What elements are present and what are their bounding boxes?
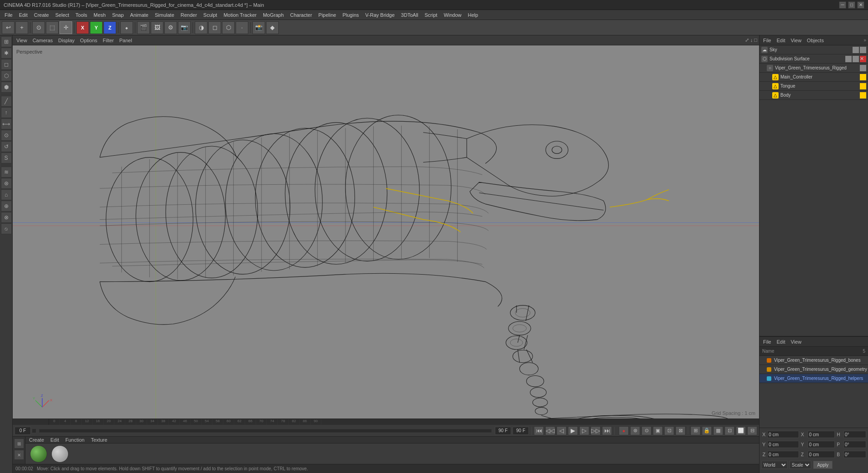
menu-file[interactable]: File [2,11,15,19]
obj-subdiv-vis-btn[interactable] [845,56,852,62]
tool-weld[interactable]: ⊙ [1,130,12,141]
3d-viewport[interactable]: Perspective .wire { stroke: #111; stroke… [13,45,759,419]
scene-view-btn[interactable]: View [789,339,804,345]
key-all-button[interactable]: ⊛ [630,426,640,435]
coord-p-input[interactable] [843,441,866,448]
obj-sky[interactable]: ☁ Sky [760,45,868,54]
shading-button[interactable]: ◑ [195,21,207,34]
coord-ry-input[interactable] [808,441,835,448]
coord-rx-input[interactable] [808,431,835,438]
tool-s[interactable]: S [1,153,12,163]
vp-icon-3[interactable]: □ [754,37,757,43]
menu-vraybridge[interactable]: V-Ray Bridge [363,11,398,19]
obj-main-ctrl[interactable]: △ Main_Controller [760,73,868,82]
live-select-button[interactable]: ⊙ [32,21,45,34]
record-button[interactable]: ● [619,426,629,435]
mode-btn-1[interactable]: ⊞ [1,36,12,47]
mirror-button[interactable]: ⬥ [120,21,133,34]
autokey-button[interactable]: ⊙ [641,426,651,435]
coord-h-input[interactable] [843,431,866,438]
render-region-button[interactable]: 🖼 [151,21,163,34]
motion-clip-button[interactable]: ▣ [653,426,663,435]
coord-x-button[interactable]: X [76,21,89,34]
menu-render[interactable]: Render [178,11,200,19]
mat-tool-1[interactable]: ⊞ [14,439,24,448]
close-button[interactable]: ✕ [857,1,864,9]
obj-tongue[interactable]: △ Tongue [760,82,868,91]
scene-item-helpers[interactable]: Viper_Green_Trimeresurus_Rigged_helpers [760,374,868,383]
render-active-button[interactable]: 🎬 [137,21,150,34]
obj-subdiv-close-btn[interactable]: ✕ [860,56,866,62]
menu-edit[interactable]: Edit [16,11,30,19]
mat-function-btn[interactable]: Function [64,437,86,443]
minimize-button[interactable]: ─ [839,1,846,9]
timeline-button[interactable]: ⊡ [664,426,674,435]
menu-3dtoall[interactable]: 3DToAll [398,11,421,19]
obj-sky-render-btn[interactable] [860,47,866,53]
frame-track[interactable] [39,429,492,433]
scene-item-geometry[interactable]: Viper_Green_Trimeresurus_Rigged_geometry [760,365,868,374]
scene-edit-btn[interactable]: Edit [775,339,787,345]
vp-menu-cameras[interactable]: Cameras [31,37,55,44]
obj-viper[interactable]: ○ Viper_Green_Trimeresurus_Rigged [760,64,868,73]
play-button[interactable]: ▶ [568,426,578,435]
next-key-button[interactable]: ▷▷ [591,426,601,435]
keyframe-button[interactable]: ◆ [266,21,279,34]
obj-viper-vis-btn[interactable] [860,65,866,71]
tool-sculpt2[interactable]: ⊛ [1,178,12,189]
tool-bridge[interactable]: ⟷ [1,118,12,129]
menu-create[interactable]: Create [31,11,52,19]
prev-frame-button[interactable]: ◁ [557,426,567,435]
menu-window[interactable]: Window [441,11,464,19]
vp-menu-panel[interactable]: Panel [118,37,134,44]
menu-script[interactable]: Script [422,11,440,19]
tool-sculpt6[interactable]: ⍉ [1,223,12,234]
prev-key-button[interactable]: ◁◁ [545,426,555,435]
obj-objects-btn[interactable]: Objects [805,37,825,44]
obj-file-btn[interactable]: File [761,37,773,44]
mat-tool-2[interactable]: ✕ [14,450,24,460]
menu-simulate[interactable]: Simulate [152,11,177,19]
apply-button[interactable]: Apply [813,461,833,469]
maximize-button[interactable]: □ [848,1,855,9]
dope-sheet-button[interactable]: ⊟ [747,426,757,435]
scene-file-btn[interactable]: File [761,339,773,345]
obj-body[interactable]: △ Body [760,91,868,100]
camera-button[interactable]: 📸 [252,21,265,34]
menu-help[interactable]: Help [465,11,481,19]
vp-icon-2[interactable]: ↓ [750,37,753,43]
isoline-button[interactable]: ⬡ [222,21,235,34]
obj-sky-vis-btn[interactable] [853,47,859,53]
mode-btn-5[interactable]: ⬢ [1,82,12,93]
vp-menu-options[interactable]: Options [78,37,99,44]
menu-pipeline[interactable]: Pipeline [316,11,339,19]
vp-menu-display[interactable]: Display [56,37,76,44]
end-frame-input2[interactable] [513,427,529,435]
coord-x-input[interactable] [767,431,799,438]
menu-character[interactable]: Character [287,11,315,19]
tool-sculpt5[interactable]: ⊗ [1,212,12,223]
move-button[interactable]: ✛ [59,21,72,34]
tool-sculpt4[interactable]: ⊕ [1,201,12,212]
snap-frame-button[interactable]: ⊞ [690,426,700,435]
coord-z-input[interactable] [767,451,799,458]
mode-btn-2[interactable]: ✱ [1,48,12,59]
menu-motiontracker[interactable]: Motion Tracker [221,11,259,19]
tool-knife[interactable]: ╱ [1,96,12,107]
obj-tongue-color[interactable] [860,83,866,89]
wireframe-button[interactable]: ◻ [208,21,221,34]
mat-texture-btn[interactable]: Texture [89,437,109,443]
coord-rz-input[interactable] [808,451,835,458]
undo-button[interactable]: ↩ [2,21,15,34]
mode-btn-4[interactable]: ⬡ [1,70,12,81]
picture-viewer-button[interactable]: 📷 [178,21,191,34]
menu-mesh[interactable]: Mesh [91,11,108,19]
redo-button[interactable]: + [15,21,28,34]
vp-icon-1[interactable]: ⤢ [745,37,749,43]
go-end-button[interactable]: ⏭ [602,426,612,435]
mat-create-btn[interactable]: Create [27,437,46,443]
menu-select[interactable]: Select [53,11,72,19]
tool-spin-edge[interactable]: ↺ [1,141,12,152]
powerslider-button[interactable]: ⊠ [676,426,686,435]
tool-sculpt3[interactable]: ⌂ [1,189,12,200]
